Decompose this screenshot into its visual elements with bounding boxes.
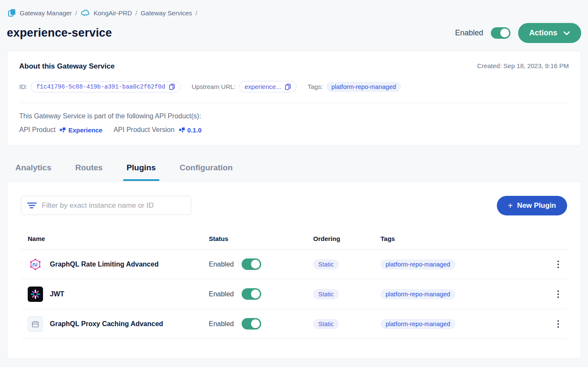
breadcrumb-control-plane[interactable]: KongAir-PRD: [81, 9, 132, 17]
api-products-section: This Gateway Service is part of the foll…: [19, 112, 569, 134]
about-heading: About this Gateway Service: [19, 62, 115, 71]
service-id-pill[interactable]: f1c41796-5c88-419b-a391-baa0c2f62f0d: [31, 81, 180, 92]
column-header-status: Status: [209, 235, 313, 242]
ordering-badge[interactable]: Static: [313, 319, 339, 329]
tab-routes[interactable]: Routes: [75, 163, 102, 181]
created-timestamp: Created: Sep 18, 2023, 9:16 PM: [477, 62, 569, 69]
plugins-panel: + New Plugin Name Status Ordering Tags: [7, 181, 581, 359]
about-card: About this Gateway Service Created: Sep …: [7, 51, 581, 146]
api-product-link[interactable]: Experience: [60, 126, 102, 134]
api-product-icon: [60, 127, 66, 133]
header-controls: Enabled Actions: [455, 23, 581, 43]
tab-plugins[interactable]: Plugins: [127, 163, 156, 181]
tag-badge[interactable]: platform-repo-managed: [326, 82, 401, 92]
api-product-label: API Product: [19, 126, 55, 134]
plugin-name[interactable]: GraphQL Rate Limiting Advanced: [50, 261, 159, 268]
plugin-name[interactable]: JWT: [50, 290, 64, 298]
plugin-filter-input[interactable]: [42, 201, 185, 210]
copy-icon[interactable]: [285, 83, 291, 90]
tag-badge[interactable]: platform-repo-managed: [380, 289, 455, 299]
graphql-rate-limiting-advanced-icon: [28, 257, 43, 272]
row-kebab-menu-button[interactable]: [549, 318, 567, 330]
gateway-manager-icon: [8, 9, 16, 17]
row-kebab-menu-button[interactable]: [549, 288, 567, 301]
api-products-intro: This Gateway Service is part of the foll…: [19, 112, 569, 120]
copy-icon[interactable]: [169, 83, 175, 90]
table-row[interactable]: JWT Enabled Static platform-repo-managed: [21, 279, 567, 309]
column-header-name: Name: [28, 235, 209, 242]
filter-icon: [27, 202, 37, 209]
service-id-value: f1c41796-5c88-419b-a391-baa0c2f62f0d: [36, 83, 165, 90]
service-id: ID: f1c41796-5c88-419b-a391-baa0c2f62f0d: [19, 81, 181, 92]
table-row[interactable]: GraphQL Rate Limiting Advanced Enabled S…: [21, 249, 567, 279]
page: Gateway Manager / KongAir-PRD / Gateway …: [0, 0, 588, 359]
upstream-url: Upstream URL: experience...: [192, 81, 297, 92]
breadcrumb: Gateway Manager / KongAir-PRD / Gateway …: [7, 9, 581, 17]
tag-badge[interactable]: platform-repo-managed: [380, 259, 455, 270]
actions-button-label: Actions: [529, 29, 557, 37]
plugins-table-header: Name Status Ordering Tags: [21, 235, 567, 249]
breadcrumb-label: Gateway Services: [141, 9, 192, 17]
service-tags: Tags: platform-repo-managed: [308, 82, 401, 92]
tab-analytics[interactable]: Analytics: [15, 163, 51, 181]
tag-badge[interactable]: platform-repo-managed: [380, 319, 455, 329]
table-row[interactable]: GraphQL Proxy Caching Advanced Enabled S…: [21, 309, 567, 339]
tags-label: Tags:: [308, 83, 323, 90]
breadcrumb-separator: /: [75, 9, 77, 17]
page-title: experience-service: [7, 26, 112, 40]
api-product-link-label: Experience: [68, 126, 102, 134]
plugin-enabled-toggle[interactable]: [242, 288, 261, 300]
breadcrumb-gateway-manager[interactable]: Gateway Manager: [8, 9, 72, 17]
control-plane-cloud-icon: [81, 9, 90, 17]
row-kebab-menu-button[interactable]: [549, 258, 567, 271]
plus-icon: +: [508, 201, 513, 210]
breadcrumb-separator: /: [135, 9, 137, 17]
plugin-enabled-toggle[interactable]: [242, 318, 261, 330]
jwt-icon: [28, 287, 43, 302]
upstream-url-label: Upstream URL:: [192, 83, 236, 90]
tab-configuration[interactable]: Configuration: [180, 163, 233, 181]
page-header: experience-service Enabled Actions: [7, 23, 581, 43]
graphql-proxy-caching-advanced-icon: [28, 316, 43, 332]
plugin-filter[interactable]: [21, 196, 191, 215]
plugin-status-label: Enabled: [209, 261, 234, 268]
api-product-version-link-label: 0.1.0: [187, 126, 202, 134]
new-plugin-button-label: New Plugin: [517, 201, 556, 210]
enabled-label: Enabled: [455, 29, 483, 37]
tab-bar: Analytics Routes Plugins Configuration: [7, 163, 581, 181]
plugin-enabled-toggle[interactable]: [242, 258, 261, 270]
column-header-ordering: Ordering: [313, 235, 380, 242]
new-plugin-button[interactable]: + New Plugin: [497, 196, 567, 215]
id-label: ID:: [19, 83, 27, 90]
upstream-url-pill[interactable]: experience...: [239, 81, 297, 92]
api-product-version-label: API Product Version: [113, 126, 174, 134]
api-product-version-link[interactable]: 0.1.0: [179, 126, 202, 134]
ordering-badge[interactable]: Static: [313, 259, 339, 270]
ordering-badge[interactable]: Static: [313, 289, 339, 299]
plugins-table: Name Status Ordering Tags: [21, 235, 567, 339]
column-header-tags: Tags: [380, 235, 549, 242]
chevron-down-icon: [563, 31, 570, 35]
api-product-version-icon: [179, 127, 185, 133]
breadcrumb-gateway-services[interactable]: Gateway Services: [141, 9, 192, 17]
plugin-name[interactable]: GraphQL Proxy Caching Advanced: [50, 320, 163, 328]
service-enabled-toggle[interactable]: [491, 27, 510, 39]
upstream-url-value: experience...: [245, 83, 281, 90]
plugin-status-label: Enabled: [209, 320, 234, 328]
plugin-status-label: Enabled: [209, 290, 234, 298]
service-meta-row: ID: f1c41796-5c88-419b-a391-baa0c2f62f0d…: [19, 81, 569, 103]
breadcrumb-label: KongAir-PRD: [94, 9, 132, 17]
breadcrumb-label: Gateway Manager: [20, 9, 72, 17]
actions-button[interactable]: Actions: [518, 23, 581, 43]
breadcrumb-separator: /: [196, 9, 197, 17]
